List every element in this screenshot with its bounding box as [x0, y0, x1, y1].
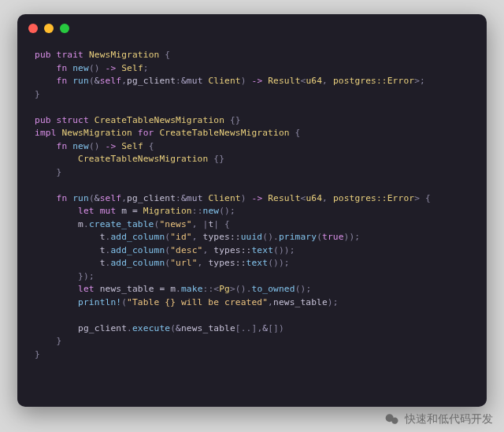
struct-name: CreateTableNewsMigration — [94, 115, 224, 125]
minimize-icon[interactable] — [44, 24, 54, 33]
fn-run: run — [72, 76, 89, 86]
watermark-text: 快速和低代码开发 — [405, 412, 493, 426]
svg-point-1 — [391, 418, 398, 424]
kw-pub: pub — [35, 50, 51, 60]
code-window: pub trait NewsMigration { fn new() -> Se… — [17, 14, 487, 407]
window-titlebar — [17, 14, 487, 43]
trait-name: NewsMigration — [89, 50, 160, 60]
maximize-icon[interactable] — [60, 24, 69, 33]
code-content: pub trait NewsMigration { fn new() -> Se… — [17, 43, 487, 377]
close-icon[interactable] — [28, 24, 38, 33]
watermark: 快速和低代码开发 — [384, 412, 493, 427]
kw-trait: trait — [57, 50, 83, 60]
wechat-icon — [384, 412, 400, 427]
fn-new: new — [72, 63, 89, 73]
